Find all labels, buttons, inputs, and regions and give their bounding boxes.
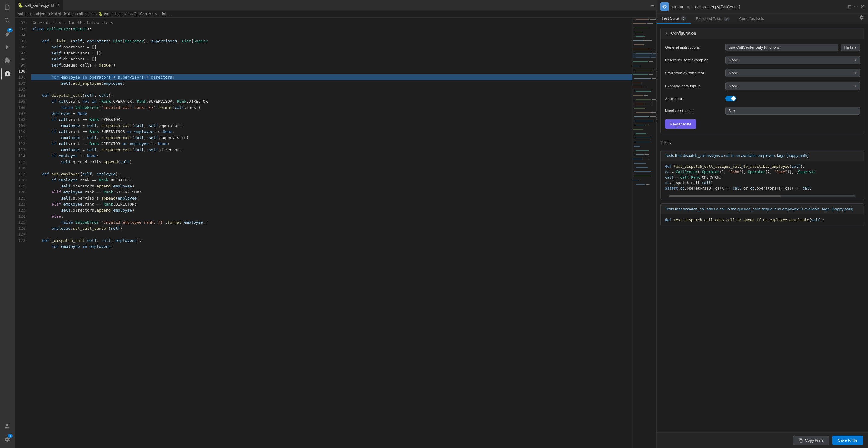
save-to-file-button[interactable]: Save to file (832, 436, 863, 445)
code-line-111: if call.rank == Rank.DIRECTOR or employe… (31, 141, 632, 147)
line-num-104: 104 (14, 92, 27, 98)
sidebar-item-files[interactable] (1, 1, 13, 13)
settings-badge: 1 (8, 434, 13, 438)
config-row-start-from-existing-test: Start from existing test None ▾ (661, 66, 864, 80)
code-line-123: else: (31, 213, 632, 219)
number-of-tests-val: 5 (729, 109, 731, 113)
code-line-113: if employee is None: (31, 153, 632, 159)
line-num-114: 114 (14, 153, 27, 159)
code-line-121: elif employee.rank == Rank.DIRECTOR: (31, 201, 632, 207)
more-actions-icon[interactable]: ··· (854, 4, 858, 10)
tab-close-icon[interactable]: ✕ (56, 3, 60, 7)
example-data-inputs-select[interactable]: None ▾ (725, 82, 860, 90)
sidebar-item-codium[interactable] (1, 68, 13, 80)
test-card-1: Tests that dispatch_call assigns a call … (660, 150, 864, 200)
config-row-auto-mock: Auto-mock (661, 92, 864, 104)
tab-more-button[interactable]: ··· (648, 3, 656, 7)
tests-section: Tests Tests that dispatch_call assigns a… (660, 138, 864, 226)
code-line-98: self.queued_calls = deque() (31, 62, 632, 68)
line-num-94: 94 (14, 32, 27, 38)
breadcrumb-class[interactable]: CallCenter (134, 12, 151, 16)
sidebar-item-source-control[interactable]: 23 (1, 28, 13, 40)
split-editor-icon[interactable]: ⊟ (848, 4, 852, 10)
breadcrumb-file[interactable]: call_center.py (104, 12, 126, 16)
code-editor: 92 93 94 95 96 97 98 99 100 101 102 103 … (14, 18, 656, 448)
hints-label: Hints (844, 45, 853, 50)
line-num-99: 99 (14, 62, 27, 68)
sidebar-item-search[interactable] (1, 14, 13, 27)
minimap (632, 18, 656, 448)
code-line-102 (31, 86, 632, 92)
test-code-line-5: assert cc.operators[0].call == call or c… (665, 186, 860, 191)
line-num-122: 122 (14, 201, 27, 207)
code-line-95: self.operators = [] (31, 44, 632, 50)
line-num-103: 103 (14, 86, 27, 92)
start-from-existing-chevron: ▾ (855, 71, 857, 75)
tab-call-center-py[interactable]: 🐍 call_center.py M ✕ (14, 0, 63, 10)
breadcrumb-solutions[interactable]: solutions (18, 12, 32, 16)
line-num-123: 123 (14, 207, 27, 213)
code-line-96: self.supervisors = [] (31, 50, 632, 56)
test-card-1-scrollbar-thumb (669, 195, 781, 197)
close-panel-icon[interactable]: ✕ (861, 4, 864, 10)
tab-bar: 🐍 call_center.py M ✕ ··· (14, 0, 656, 10)
tab-excluded-tests[interactable]: Excluded Tests 0 (691, 13, 734, 24)
code-line-122: self.directors.append(employee) (31, 207, 632, 213)
breadcrumb-object-oriented-design[interactable]: object_oriented_design (36, 12, 73, 16)
code-line-92: Generate tests for the below class (31, 20, 632, 26)
test-card-2-code: def test_dispatch_call_adds_call_to_queu… (661, 214, 864, 226)
code-line-100: for employee in operators + supervisors … (31, 74, 632, 81)
line-num-97: 97 (14, 50, 27, 56)
configuration-title: Configuration (671, 31, 696, 36)
line-num-128: 128 (14, 238, 27, 244)
auto-mock-toggle[interactable] (725, 96, 736, 101)
line-num-98: 98 (14, 56, 27, 62)
code-content[interactable]: Generate tests for the below class class… (30, 18, 632, 448)
tab-code-analysis-label: Code Analysis (739, 16, 764, 21)
sidebar-item-accounts[interactable] (1, 420, 13, 432)
tab-code-analysis[interactable]: Code Analysis (735, 13, 769, 24)
example-data-inputs-label: Example data inputs (665, 84, 725, 88)
sidebar-item-settings[interactable]: 1 (1, 434, 13, 446)
copy-tests-button[interactable]: Copy tests (793, 436, 829, 445)
breadcrumb-method[interactable]: __init__ (158, 12, 171, 16)
line-num-127: 127 (14, 232, 27, 238)
start-from-existing-test-select[interactable]: None ▾ (725, 69, 860, 77)
reference-test-examples-select[interactable]: None ▾ (725, 56, 860, 64)
code-line-106: employee = None (31, 111, 632, 117)
line-num-112: 112 (14, 141, 27, 147)
python-file-icon: 🐍 (18, 3, 23, 7)
configuration-section: ▲ Configuration General instructions Hin… (660, 28, 864, 134)
configuration-rows: General instructions Hints ▾ Referenc (661, 39, 864, 133)
sidebar-item-run[interactable] (1, 41, 13, 53)
line-num-109: 109 (14, 123, 27, 129)
tests-header: Tests (660, 138, 864, 148)
code-line-118: self.operators.append(employee) (31, 183, 632, 189)
activity-bar: 23 1 (0, 0, 14, 448)
copy-icon (799, 438, 803, 443)
activity-bar-bottom: 1 (1, 420, 13, 448)
tab-test-suite[interactable]: Test Suite 5 (657, 13, 691, 24)
codium-panel-actions: ⊟ ··· ✕ (848, 4, 864, 10)
sidebar-item-extensions[interactable] (1, 54, 13, 66)
regenerate-button[interactable]: Re-generate (665, 119, 696, 129)
general-instructions-input[interactable] (725, 43, 838, 51)
source-control-badge: 23 (7, 28, 13, 32)
code-line-127: def _dispatch_call(self, call, employees… (31, 238, 632, 244)
line-num-96: 96 (14, 44, 27, 50)
number-of-tests-select[interactable]: 5 ▾ (725, 107, 860, 115)
codium-logo-icon (660, 2, 669, 11)
codium-settings-button[interactable] (855, 13, 868, 24)
hints-button[interactable]: Hints ▾ (841, 43, 860, 51)
number-of-tests-value: 5 ▾ (725, 107, 860, 115)
config-row-general-instructions: General instructions Hints ▾ (661, 41, 864, 54)
test-card-1-scrollbar[interactable] (669, 195, 856, 197)
code-line-110: employee = self._dispatch_call(call, sel… (31, 135, 632, 141)
breadcrumb-call-center[interactable]: call_center (77, 12, 95, 16)
line-num-101: 101 (14, 74, 27, 81)
codium-footer: Copy tests Save to file (657, 432, 868, 448)
line-num-126: 126 (14, 226, 27, 232)
line-num-106: 106 (14, 104, 27, 111)
configuration-header[interactable]: ▲ Configuration (661, 28, 864, 39)
line-num-93: 93 (14, 26, 27, 32)
